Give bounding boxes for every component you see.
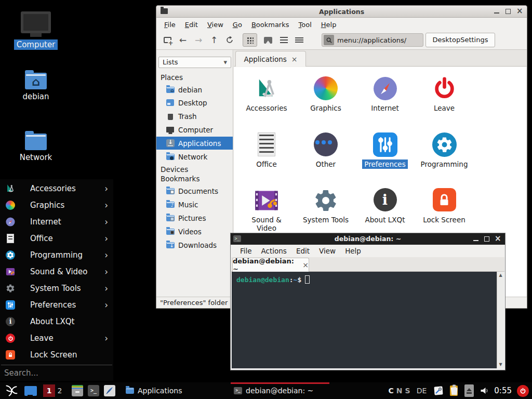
- sidebar-item-debian[interactable]: ⌂ debian: [156, 83, 233, 96]
- sidebar-item-network[interactable]: Network: [156, 150, 233, 163]
- tab-applications[interactable]: Applications: [235, 51, 306, 66]
- folder-other[interactable]: Other: [297, 132, 354, 187]
- menu-item-system-tools[interactable]: System Tools: [0, 280, 113, 297]
- network-folder-icon: [166, 154, 175, 160]
- menu-item-about-lxqt[interactable]: i About LXQt: [0, 313, 113, 330]
- folder-leave[interactable]: Leave: [416, 76, 473, 130]
- folder-office[interactable]: Office: [238, 132, 295, 187]
- sidebar-item-downloads[interactable]: ↓ Downloads: [156, 238, 233, 251]
- menu-help[interactable]: Help: [340, 245, 366, 257]
- volume-tray-icon[interactable]: [479, 385, 490, 396]
- icon-view-button[interactable]: [243, 33, 257, 47]
- menu-view[interactable]: View: [314, 245, 340, 257]
- menu-edit[interactable]: Edit: [291, 245, 314, 257]
- menu-item-programming[interactable]: Programming: [0, 247, 113, 263]
- screenshot-tray-icon[interactable]: [433, 385, 444, 396]
- menu-item-sound-video[interactable]: Sound & Video: [0, 263, 113, 280]
- menu-edit[interactable]: Edit: [180, 19, 203, 30]
- terminal-launcher[interactable]: >_: [88, 385, 99, 396]
- scroll-down-icon[interactable]: ▼: [497, 361, 504, 368]
- folder-programming[interactable]: Programming: [416, 132, 473, 187]
- sidebar-item-music[interactable]: ♪ Music: [156, 198, 233, 211]
- menu-item-internet[interactable]: Internet: [0, 214, 113, 230]
- submenu-arrow-icon: [104, 333, 108, 343]
- menu-view[interactable]: View: [203, 19, 228, 30]
- maximize-button[interactable]: [484, 236, 490, 242]
- menu-tool[interactable]: Tool: [294, 19, 316, 30]
- compact-view-button[interactable]: [276, 33, 291, 47]
- terminal-scrollbar[interactable]: ▲ ▼: [497, 272, 504, 368]
- reload-button[interactable]: [222, 33, 237, 47]
- show-desktop-button[interactable]: [24, 386, 37, 396]
- menu-actions[interactable]: Actions: [257, 245, 291, 257]
- eject-tray-icon[interactable]: [464, 384, 474, 397]
- clock[interactable]: 0:55: [494, 386, 512, 395]
- menu-item-accessories[interactable]: Accessories: [0, 180, 113, 197]
- menu-help[interactable]: Help: [316, 19, 341, 30]
- menu-bookmarks[interactable]: Bookmarks: [247, 19, 294, 30]
- minimize-button[interactable]: [494, 8, 500, 15]
- menu-file[interactable]: File: [235, 245, 257, 257]
- terminal-viewport[interactable]: debian@debian:~$: [232, 272, 497, 368]
- clipboard-tray-icon[interactable]: [448, 384, 460, 397]
- workspace-1-button[interactable]: 1: [43, 384, 55, 397]
- power-icon: [416, 76, 473, 102]
- close-button[interactable]: [495, 236, 501, 242]
- sidebar-item-applications[interactable]: Applications: [156, 137, 233, 150]
- menu-go[interactable]: Go: [228, 19, 247, 30]
- sidebar-item-computer[interactable]: Computer: [156, 123, 233, 136]
- menu-file[interactable]: File: [159, 19, 180, 30]
- terminal-titlebar[interactable]: >_ debian@debian: ~: [231, 233, 505, 245]
- sidebar-item-pictures[interactable]: Pictures: [156, 211, 233, 224]
- menu-item-lock-screen[interactable]: Lock Screen: [0, 347, 113, 363]
- desktop-icon-network[interactable]: Network: [7, 134, 64, 163]
- maximize-button[interactable]: [505, 8, 511, 15]
- sidebar-item-desktop[interactable]: Desktop: [156, 96, 233, 109]
- featherpad-launcher[interactable]: [104, 385, 115, 396]
- forward-button[interactable]: →: [191, 33, 206, 47]
- desktop-settings-button[interactable]: DesktopSettings: [425, 33, 495, 47]
- sidebar-header-devices[interactable]: Devices: [161, 165, 188, 174]
- scroll-lock-indicator[interactable]: S: [405, 387, 410, 395]
- desktop-icon-computer[interactable]: Computer: [7, 11, 64, 50]
- minimize-button[interactable]: [473, 236, 479, 242]
- folder-internet[interactable]: Internet: [356, 76, 414, 130]
- thumbnail-view-button[interactable]: [260, 33, 276, 47]
- tab-close-icon[interactable]: [291, 55, 298, 63]
- up-button[interactable]: ↑: [206, 33, 222, 47]
- folder-accessories[interactable]: Accessories: [238, 76, 295, 130]
- keyboard-layout-indicator[interactable]: DE: [417, 387, 427, 395]
- menu-item-leave[interactable]: Leave: [0, 330, 113, 347]
- menu-item-office[interactable]: Office: [0, 230, 113, 247]
- start-menu-button[interactable]: [4, 384, 19, 397]
- scroll-up-icon[interactable]: ▲: [497, 272, 504, 279]
- back-button[interactable]: ←: [175, 33, 191, 47]
- sidebar-item-videos[interactable]: Videos: [156, 225, 233, 238]
- desktop-icon-debian[interactable]: ⌂ debian: [7, 73, 64, 102]
- task-button-terminal[interactable]: >_ debian@debian: ~: [231, 382, 329, 399]
- sidebar-item-documents[interactable]: Documents: [156, 184, 233, 197]
- sidebar-header-places[interactable]: Places: [161, 73, 183, 82]
- menu-item-preferences[interactable]: Preferences: [0, 297, 113, 313]
- close-button[interactable]: [516, 8, 523, 15]
- folder-preferences[interactable]: Preferences: [356, 132, 414, 187]
- num-lock-indicator[interactable]: N: [396, 387, 403, 395]
- address-bar[interactable]: menu://applications/: [322, 33, 423, 47]
- caps-lock-indicator[interactable]: C: [389, 387, 394, 395]
- menu-item-graphics[interactable]: Graphics: [0, 197, 113, 214]
- leave-power-button[interactable]: [517, 385, 529, 397]
- menu-search-input[interactable]: Search...: [4, 368, 38, 378]
- tab-close-icon[interactable]: [302, 261, 309, 269]
- file-manager-launcher[interactable]: [72, 385, 83, 396]
- new-tab-button[interactable]: [159, 33, 175, 47]
- workspace-2-button[interactable]: 2: [55, 384, 64, 397]
- info-icon: i: [356, 188, 414, 214]
- sidebar-header-bookmarks[interactable]: Bookmarks: [161, 175, 200, 183]
- detailed-view-button[interactable]: [291, 33, 307, 47]
- folder-graphics[interactable]: Graphics: [297, 76, 354, 130]
- task-button-applications[interactable]: Applications: [123, 382, 221, 399]
- file-manager-titlebar[interactable]: Applications: [156, 6, 527, 18]
- terminal-tab[interactable]: debian@debian: ~: [232, 258, 309, 272]
- sidebar-mode-selector[interactable]: Lists: [158, 57, 231, 68]
- sidebar-item-trash[interactable]: Trash: [156, 110, 233, 123]
